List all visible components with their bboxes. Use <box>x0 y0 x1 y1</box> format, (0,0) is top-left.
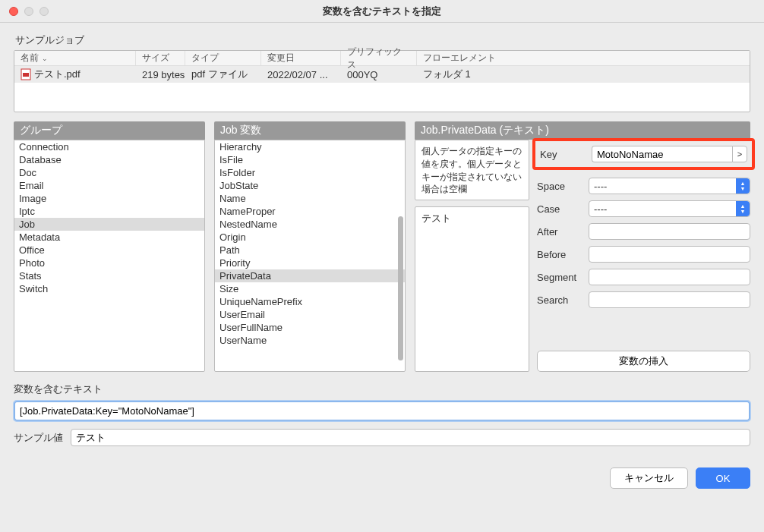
cell-name: テスト.pdf <box>14 66 136 83</box>
description-box: 個人データの指定キーの値を戻す。個人データとキーが指定されていない場合は空欄 <box>415 140 529 200</box>
list-item[interactable]: Image <box>14 192 204 205</box>
maximize-window-button <box>39 7 49 16</box>
minimize-window-button <box>24 7 33 16</box>
group-panel: グループ ConnectionDatabaseDocEmailImageIptc… <box>14 121 205 372</box>
header-date[interactable]: 変更日 <box>261 51 341 65</box>
list-item[interactable]: NameProper <box>215 205 405 218</box>
variable-text-label: 変数を含むテキスト <box>14 382 750 396</box>
list-item[interactable]: Connection <box>14 140 204 153</box>
search-label: Search <box>537 294 581 306</box>
cell-type: pdf ファイル <box>185 66 261 83</box>
sample-value-label: サンプル値 <box>14 431 63 445</box>
list-item[interactable]: Name <box>215 192 405 205</box>
list-item[interactable]: Metadata <box>14 231 204 244</box>
vars-panel: Job 変数 HierarchyIsFileIsFolderJobStateNa… <box>214 121 406 372</box>
segment-label: Segment <box>537 272 581 283</box>
table-headers: 名前 ⌄ サイズ タイプ 変更日 プリフィックス フローエレメント <box>14 51 750 66</box>
variable-text-input[interactable] <box>14 401 750 421</box>
details-panel-header: Job.PrivateData (テキスト) <box>415 121 750 140</box>
list-item[interactable]: Database <box>14 153 204 166</box>
segment-input[interactable] <box>589 269 750 285</box>
close-window-button[interactable] <box>9 7 18 16</box>
cancel-button[interactable]: キャンセル <box>610 467 688 489</box>
list-item[interactable]: Job <box>14 218 204 231</box>
preview-box: テスト <box>415 206 529 372</box>
list-item[interactable]: JobState <box>215 179 405 192</box>
dialog-footer: キャンセル OK <box>0 454 764 496</box>
after-label: After <box>537 226 581 238</box>
header-flow[interactable]: フローエレメント <box>417 51 750 65</box>
list-item[interactable]: UniqueNamePrefix <box>215 295 405 308</box>
sample-job-table: 名前 ⌄ サイズ タイプ 変更日 プリフィックス フローエレメント テスト.pd… <box>14 50 750 112</box>
header-name[interactable]: 名前 ⌄ <box>14 51 136 65</box>
key-input[interactable] <box>592 146 732 162</box>
search-input[interactable] <box>589 291 750 308</box>
cell-flow: フォルダ 1 <box>417 66 750 83</box>
list-item[interactable]: UserEmail <box>215 308 405 321</box>
cell-size: 219 bytes <box>136 68 185 82</box>
vars-panel-header: Job 変数 <box>214 121 406 140</box>
svg-rect-1 <box>23 73 29 77</box>
header-size[interactable]: サイズ <box>136 51 185 65</box>
header-type[interactable]: タイプ <box>185 51 261 65</box>
space-label: Space <box>537 181 581 192</box>
list-item[interactable]: IsFolder <box>215 166 405 179</box>
group-panel-header: グループ <box>14 121 205 140</box>
key-label: Key <box>540 149 584 160</box>
list-item[interactable]: Stats <box>14 269 204 282</box>
list-item[interactable]: IsFile <box>215 153 405 166</box>
titlebar: 変数を含むテキストを指定 <box>0 0 764 23</box>
before-input[interactable] <box>589 246 750 263</box>
chevron-down-icon: ⌄ <box>42 55 48 62</box>
key-picker-button[interactable]: > <box>732 146 747 162</box>
vars-listbox[interactable]: HierarchyIsFileIsFolderJobStateNameNameP… <box>214 140 406 372</box>
list-item[interactable]: NestedName <box>215 218 405 231</box>
window-title: 変数を含むテキストを指定 <box>9 5 755 18</box>
cell-date: 2022/02/07 ... <box>261 68 341 82</box>
list-item[interactable]: Photo <box>14 257 204 269</box>
scrollbar-thumb[interactable] <box>398 216 403 360</box>
before-label: Before <box>537 249 581 260</box>
window-controls <box>9 7 49 16</box>
list-item[interactable]: Iptc <box>14 205 204 218</box>
list-item[interactable]: UserFullName <box>215 321 405 334</box>
list-item[interactable]: Office <box>14 244 204 257</box>
space-select[interactable]: ---- ▲▼ <box>589 178 750 194</box>
cell-prefix: 000YQ <box>341 68 417 82</box>
list-item[interactable]: Path <box>215 244 405 257</box>
insert-variable-button[interactable]: 変数の挿入 <box>537 351 750 372</box>
list-item[interactable]: PrivateData <box>215 269 405 282</box>
list-item[interactable]: Size <box>215 282 405 295</box>
header-prefix[interactable]: プリフィックス <box>341 51 417 65</box>
list-item[interactable]: Doc <box>14 166 204 179</box>
ok-button[interactable]: OK <box>696 467 750 489</box>
list-item[interactable]: Switch <box>14 282 204 295</box>
list-item[interactable]: Origin <box>215 231 405 244</box>
after-input[interactable] <box>589 223 750 240</box>
select-arrows-icon: ▲▼ <box>736 178 750 194</box>
list-item[interactable]: Priority <box>215 257 405 269</box>
list-item[interactable]: Email <box>14 179 204 192</box>
key-row-highlight: Key > <box>532 138 755 170</box>
list-item[interactable]: Hierarchy <box>215 140 405 153</box>
details-panel: Job.PrivateData (テキスト) 個人データの指定キーの値を戻す。個… <box>415 121 750 372</box>
list-item[interactable]: UserName <box>215 334 405 347</box>
sample-value-input[interactable] <box>71 429 750 446</box>
case-select[interactable]: ---- ▲▼ <box>589 200 750 217</box>
select-arrows-icon: ▲▼ <box>736 201 750 216</box>
case-label: Case <box>537 203 581 215</box>
group-listbox[interactable]: ConnectionDatabaseDocEmailImageIptcJobMe… <box>14 140 205 372</box>
table-row[interactable]: テスト.pdf 219 bytes pdf ファイル 2022/02/07 ..… <box>14 66 750 83</box>
pdf-icon <box>21 68 31 80</box>
